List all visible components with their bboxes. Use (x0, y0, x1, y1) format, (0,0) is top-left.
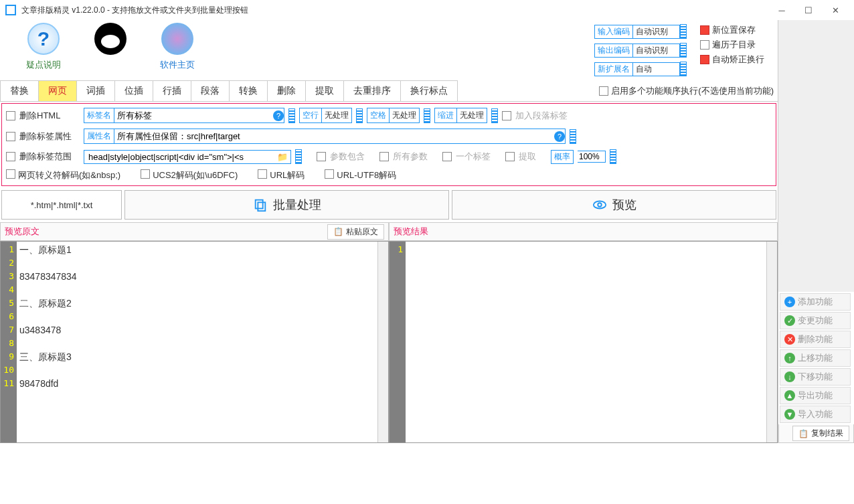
down-func-button[interactable]: ↓下移功能 (780, 368, 851, 386)
range-field[interactable]: 📁 (84, 150, 291, 164)
tab-word-insert[interactable]: 词插 (76, 80, 115, 101)
file-filter-input[interactable]: *.htm|*.html|*.txt (1, 190, 122, 220)
tab-paragraph[interactable]: 段落 (191, 80, 230, 101)
x-icon: ✕ (784, 334, 795, 345)
tab-line-insert[interactable]: 行插 (153, 80, 191, 101)
help-button[interactable]: ? 疑点说明 (13, 23, 74, 71)
input-encoding[interactable]: 输入编码 自动识别 (594, 23, 687, 40)
result-bar: 预览结果 (389, 222, 778, 241)
svg-rect-0 (255, 200, 262, 209)
window-title: 文章排版精灵 v1.22.0.0 - 支持拖放文件或文件夹到批量处理按钮 (21, 5, 768, 16)
penguin-icon (94, 23, 126, 55)
tag-name-field[interactable]: 标签名 ? (84, 108, 284, 123)
paste-icon: 📋 (333, 227, 343, 236)
checkbox[interactable] (599, 86, 608, 96)
svg-point-2 (593, 201, 605, 209)
tab-replace[interactable]: 替换 (0, 80, 39, 101)
checkbox[interactable] (502, 111, 511, 120)
close-button[interactable]: ✕ (822, 1, 849, 19)
source-editor[interactable]: 1234567891011 一、原标题1 83478347834 二、原标题2 … (0, 241, 389, 443)
dropdown-icon[interactable] (680, 43, 687, 58)
probability-input[interactable] (578, 151, 606, 163)
tab-dedup[interactable]: 去重排序 (343, 80, 401, 101)
folder-icon[interactable]: 📁 (274, 152, 290, 162)
indent-combo[interactable]: 缩进无处理 (434, 108, 487, 123)
svg-rect-1 (258, 202, 265, 211)
tab-pos-insert[interactable]: 位插 (114, 80, 153, 101)
question-icon: ? (27, 23, 60, 55)
checkbox[interactable] (700, 25, 709, 35)
tab-delete[interactable]: 删除 (267, 80, 306, 101)
line-gutter: 1 (390, 242, 406, 442)
checkbox[interactable] (700, 40, 709, 50)
web-options-panel: 删除HTML 标签名 ? 空行无处理 空格无处理 缩进无处理 加入段落标签 删除… (1, 103, 776, 186)
minimize-button[interactable]: ─ (768, 1, 795, 19)
paste-button[interactable]: 📋粘贴原文 (327, 224, 384, 240)
up-func-button[interactable]: ↑上移功能 (780, 349, 851, 367)
batch-button[interactable]: 批量处理 (124, 190, 449, 220)
help-icon[interactable]: ? (273, 110, 284, 121)
home-label: 软件主页 (160, 59, 195, 71)
checkbox[interactable] (700, 55, 709, 64)
new-extension[interactable]: 新扩展名 自动 (594, 60, 687, 78)
arrow-up-icon: ↑ (784, 353, 795, 363)
arrow-down-icon: ↓ (784, 371, 795, 382)
qq-button[interactable] (80, 23, 141, 69)
delete-func-button[interactable]: ✕删除功能 (780, 331, 851, 348)
tab-web[interactable]: 网页 (38, 80, 77, 101)
checkbox-del-html[interactable] (6, 111, 15, 120)
checkbox-del-range[interactable] (6, 152, 15, 161)
blankline-combo[interactable]: 空行无处理 (299, 108, 352, 123)
check-icon: ✓ (784, 315, 795, 326)
maximize-button[interactable]: ☐ (795, 1, 822, 19)
globe-icon (161, 23, 193, 55)
export-icon: ▲ (784, 390, 795, 401)
top-toolbar: ? 疑点说明 软件主页 输入编码 自动识别 输出编码 自动识别 新扩展名 自动 (0, 20, 778, 80)
eye-icon (592, 197, 607, 212)
scrollbar[interactable] (377, 242, 388, 442)
function-panel: +添加功能 ✓变更功能 ✕删除功能 ↑上移功能 ↓下移功能 ▲导出功能 ▼导入功… (778, 20, 854, 443)
tab-bar: 替换 网页 词插 位插 行插 段落 转换 删除 提取 去重排序 换行标点 启用多… (0, 80, 778, 102)
preview-button[interactable]: 预览 (452, 190, 776, 220)
tab-convert[interactable]: 转换 (229, 80, 268, 101)
import-icon: ▼ (784, 409, 795, 420)
tab-linebreak[interactable]: 换行标点 (400, 80, 458, 101)
add-func-button[interactable]: +添加功能 (780, 293, 851, 311)
space-combo[interactable]: 空格无处理 (367, 108, 420, 123)
help-icon[interactable]: ? (554, 131, 565, 142)
change-func-button[interactable]: ✓变更功能 (780, 312, 851, 329)
dropdown-icon[interactable] (680, 62, 687, 76)
dropdown-icon[interactable] (680, 24, 687, 39)
copy-icon (253, 197, 268, 212)
copy-icon: 📋 (798, 429, 808, 438)
output-encoding[interactable]: 输出编码 自动识别 (594, 41, 687, 59)
import-func-button[interactable]: ▼导入功能 (780, 406, 851, 423)
export-func-button[interactable]: ▲导出功能 (780, 387, 851, 404)
result-editor[interactable]: 1 (389, 241, 778, 443)
source-bar: 预览原文 📋粘贴原文 (0, 222, 389, 241)
scrollbar[interactable] (766, 242, 777, 442)
plus-icon: + (784, 297, 795, 307)
copy-result-button[interactable]: 📋复制结果 (792, 426, 849, 441)
source-text[interactable]: 一、原标题1 83478347834 二、原标题2 u3483478 三、原标题… (17, 242, 377, 442)
titlebar: 文章排版精灵 v1.22.0.0 - 支持拖放文件或文件夹到批量处理按钮 ─ ☐… (0, 0, 854, 20)
homepage-button[interactable]: 软件主页 (147, 23, 207, 71)
line-gutter: 1234567891011 (1, 242, 17, 442)
help-label: 疑点说明 (26, 59, 61, 71)
app-icon (5, 5, 16, 15)
result-text[interactable] (406, 242, 766, 442)
attr-name-field[interactable]: 属性名 ? (84, 129, 566, 144)
checkbox-del-attr[interactable] (6, 132, 15, 141)
svg-point-3 (598, 203, 602, 207)
tab-extract[interactable]: 提取 (305, 80, 344, 101)
